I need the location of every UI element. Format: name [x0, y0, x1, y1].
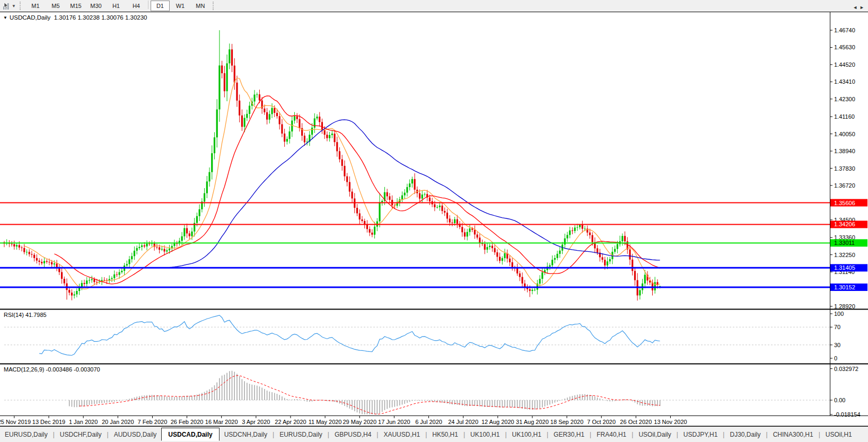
chart-tab-uk100-h1[interactable]: UK100,H1	[466, 429, 504, 440]
timeframe-button-w1[interactable]: W1	[171, 1, 190, 11]
chart-tab-audusd-daily[interactable]: AUDUSD,Daily	[109, 429, 162, 440]
svg-text:0: 0	[834, 355, 837, 361]
chart-tab-usoil-h1[interactable]: USOil,H1	[821, 429, 857, 440]
chart-tab-usoil-daily[interactable]: USOil,Daily	[634, 429, 676, 440]
date-tick-label: 29 May 2020	[343, 419, 376, 425]
price-tick-1.44520: 1.44520	[834, 61, 855, 68]
toolbar-grip-right	[213, 2, 216, 10]
timeframe-button-h1[interactable]: H1	[107, 1, 126, 11]
chart-tab-hk50-h1[interactable]: HK50,H1	[427, 429, 463, 440]
chart-tab-eurusd-daily[interactable]: EURUSD,Daily	[275, 429, 327, 440]
chart-tab-uk100-h1[interactable]: UK100,H1	[507, 429, 546, 440]
price-tick-1.37830: 1.37830	[834, 165, 855, 172]
svg-text:1.33011: 1.33011	[834, 240, 855, 246]
timeframe-button-mn[interactable]: MN	[191, 1, 210, 11]
timeframe-button-m15[interactable]: M15	[66, 1, 85, 11]
svg-text:1.34206: 1.34206	[834, 221, 855, 227]
date-tick-label: 26 Feb 2020	[171, 419, 204, 425]
timeframe-button-h4[interactable]: H4	[127, 1, 146, 11]
svg-text:1.35606: 1.35606	[834, 200, 855, 206]
chart-tab-gbpusd-h4[interactable]: GBPUSD,H4	[330, 429, 376, 440]
date-tick-label: 12 Aug 2020	[481, 419, 514, 425]
rsi-indicator-label: RSI(14) 41.7985	[4, 312, 47, 318]
date-tick-label: 7 Oct 2020	[587, 419, 616, 425]
price-tick-1.45630: 1.45630	[834, 44, 855, 50]
price-tick-1.41160: 1.41160	[834, 113, 855, 120]
timeframe-button-m5[interactable]: M5	[46, 1, 65, 11]
timeframe-button-m1[interactable]: M1	[26, 1, 45, 11]
date-tick-label: 17 Jun 2020	[378, 419, 410, 425]
svg-text:30: 30	[834, 342, 840, 348]
svg-text:1.30152: 1.30152	[834, 284, 855, 290]
date-tick-label: 13 Nov 2020	[654, 419, 687, 425]
svg-text:70: 70	[834, 324, 840, 330]
date-tick-label: 26 Oct 2020	[620, 419, 652, 425]
chart-tab-china300-h1[interactable]: CHINA300,H1	[768, 429, 818, 440]
timeframe-button-d1[interactable]: D1	[151, 1, 170, 11]
price-line-badge-1.33011: 1.33011	[830, 239, 867, 246]
chart-quote-ohlc: 1.30176 1.30238 1.30076 1.30230	[54, 14, 147, 21]
date-tick-label: 13 Dec 2019	[32, 419, 65, 425]
price-chart-canvas[interactable]: 1.467401.456301.445201.434101.423001.411…	[0, 12, 868, 427]
price-tick-1.36720: 1.36720	[834, 182, 855, 189]
svg-text:1.31405: 1.31405	[834, 264, 855, 271]
price-tick-1.38940: 1.38940	[834, 148, 855, 154]
date-tick-label: 18 Sep 2020	[550, 419, 583, 425]
svg-text:0.00: 0.00	[834, 397, 845, 403]
chart-tab-usdcad-daily[interactable]: USDCAD,Daily	[161, 428, 219, 441]
tab-scroll-left-icon[interactable]: ◄	[853, 5, 860, 10]
date-tick-label: 3 Apr 2020	[242, 419, 270, 425]
tab-scroll-right-icon[interactable]: ►	[860, 5, 866, 10]
price-tick-1.42300: 1.42300	[834, 96, 855, 102]
toolbar-grip	[20, 2, 23, 10]
timeframe-button-m30[interactable]: M30	[86, 1, 106, 11]
price-line-badge-1.35606: 1.35606	[830, 199, 867, 207]
price-line-badge-1.34206: 1.34206	[830, 220, 867, 228]
chart-title: ▼USDCAD,Daily 1.30176 1.30238 1.30076 1.…	[3, 14, 147, 21]
svg-text:-0.018154: -0.018154	[834, 411, 861, 418]
tab-scroll-buttons: ◄►	[853, 5, 866, 10]
price-tick-1.40050: 1.40050	[834, 131, 855, 137]
price-line-badge-1.31405: 1.31405	[830, 264, 867, 271]
price-line-badge-1.30152: 1.30152	[830, 284, 867, 291]
chart-window[interactable]: 1.467401.456301.445201.434101.423001.411…	[0, 12, 868, 427]
date-tick-label: 16 Mar 2020	[205, 419, 238, 425]
date-tick-label: 24 Jul 2020	[448, 419, 478, 425]
timeframe-toolbar: ▼ M1M5M15M30H1H4D1W1MN	[0, 0, 868, 12]
chart-tool-dropdown-icon[interactable]: ▼	[12, 4, 16, 8]
chart-tab-ger30-h1[interactable]: GER30,H1	[549, 429, 589, 440]
chart-tab-fra40-h1[interactable]: FRA40,H1	[592, 429, 631, 440]
price-tick-1.28920: 1.28920	[834, 303, 855, 310]
timeframe-divider	[148, 1, 148, 9]
date-tick-label: 6 Jul 2020	[415, 419, 442, 425]
chart-tab-eurusd-daily[interactable]: EURUSD,Daily	[0, 429, 52, 440]
price-tick-1.46740: 1.46740	[834, 27, 855, 33]
macd-indicator-label: MACD(12,26,9) -0.003486 -0.003070	[4, 366, 100, 373]
date-tick-label: 31 Aug 2020	[516, 419, 549, 425]
chart-tab-usdchf-daily[interactable]: USDCHF,Daily	[55, 429, 107, 440]
date-tick-label: 11 May 2020	[309, 419, 342, 425]
chart-symbol: USDCAD,Daily	[10, 14, 50, 21]
svg-text:0.032972: 0.032972	[834, 366, 858, 372]
collapse-triangle-icon[interactable]: ▼	[3, 15, 7, 20]
price-tick-1.32250: 1.32250	[834, 252, 855, 258]
chart-tab-xauusd-h1[interactable]: XAUUSD,H1	[379, 429, 425, 440]
timeframe-buttons: M1M5M15M30H1H4D1W1MN	[25, 1, 211, 11]
date-tick-label: 7 Feb 2020	[138, 419, 168, 425]
price-tick-1.43410: 1.43410	[834, 78, 855, 85]
chart-tab-dj30-daily[interactable]: DJ30,Daily	[725, 429, 765, 440]
chart-tab-usdjpy-h1[interactable]: USDJPY,H1	[679, 429, 722, 440]
chart-cursor-icon[interactable]	[1, 1, 12, 11]
date-tick-label: 20 Jan 2020	[102, 419, 134, 425]
date-tick-label: 22 Apr 2020	[275, 419, 306, 425]
date-tick-label: 25 Nov 2019	[0, 419, 31, 425]
chart-tab-usdcnh-daily[interactable]: USDCNH,Daily	[220, 429, 272, 440]
svg-text:100: 100	[834, 311, 844, 317]
mt4-terminal: ▼ M1M5M15M30H1H4D1W1MN 1.467401.456301.4…	[0, 0, 868, 442]
date-tick-label: 1 Jan 2020	[69, 419, 98, 425]
chart-tabs-bar: EURUSD,Daily|USDCHF,Daily|AUDUSD,DailyUS…	[0, 427, 868, 442]
